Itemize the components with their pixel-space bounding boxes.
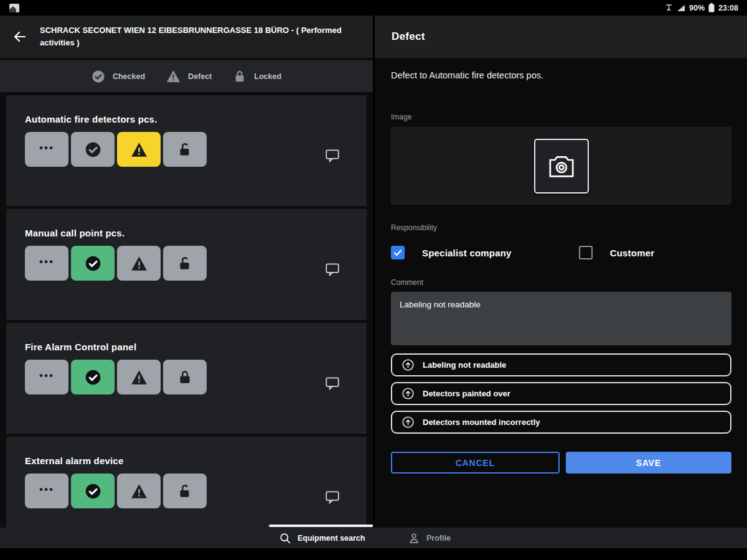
check-circle-icon [85, 141, 101, 158]
nav-equipment-search[interactable]: Equipment search [279, 528, 365, 548]
defect-title: Defect [392, 30, 425, 43]
defect-status-button[interactable] [117, 360, 161, 394]
checkbox-check-icon [393, 248, 403, 258]
nav-profile-label: Profile [426, 534, 451, 543]
comment-button[interactable] [324, 489, 342, 506]
camera-icon [548, 154, 575, 179]
comment-label: Comment [391, 278, 731, 287]
defect-legend-icon [166, 70, 181, 83]
checked-status-button[interactable] [71, 132, 115, 167]
warning-triangle-icon [131, 370, 148, 385]
legend-defect-label: Defect [188, 72, 212, 81]
comment-button[interactable] [324, 147, 342, 165]
defect-status-button-active[interactable] [117, 132, 161, 167]
lock-open-icon [177, 482, 193, 500]
customer-option: Customer [579, 246, 655, 259]
defect-header: Defect [375, 16, 747, 58]
status-button-row: ••• [6, 466, 367, 508]
more-options-button[interactable]: ••• [25, 360, 68, 394]
legend-checked: Checked [92, 70, 145, 83]
scroll-indicator[interactable] [269, 525, 373, 527]
bottom-black-strip [0, 548, 747, 560]
customer-label: Customer [610, 248, 655, 258]
defect-status-button[interactable] [117, 246, 161, 281]
defect-detail-pane: Defect Defect to Automatic fire detector… [375, 16, 747, 528]
take-photo-button[interactable] [534, 139, 589, 194]
search-icon [279, 532, 291, 544]
lock-closed-icon [177, 368, 193, 386]
warning-triangle-icon [131, 483, 148, 499]
left-header: SCHRACK SECONET WIEN 12 EIBESBRUNNERGASS… [0, 16, 373, 58]
more-options-button[interactable]: ••• [25, 474, 68, 508]
more-options-button[interactable]: ••• [25, 246, 68, 281]
check-circle-icon [85, 255, 101, 272]
equipment-name: Manual call point pcs. [6, 209, 367, 238]
lock-open-icon [177, 254, 193, 272]
equipment-card-automatic-fire-detectors: Automatic fire detectors pcs. ••• [6, 95, 367, 206]
lock-status-button[interactable] [163, 246, 207, 281]
battery-icon [708, 3, 715, 12]
lock-status-button[interactable] [163, 474, 207, 508]
checked-status-button-active[interactable] [71, 474, 115, 508]
equipment-card-fire-alarm-control-panel: Fire Alarm Control panel ••• [6, 323, 367, 434]
insert-arrow-icon [402, 416, 415, 429]
comment-input[interactable]: Labeling not readable [391, 292, 731, 345]
checked-status-button-active[interactable] [71, 360, 115, 394]
back-button[interactable] [11, 28, 29, 45]
lock-open-icon [177, 141, 193, 158]
more-options-button[interactable]: ••• [25, 132, 68, 167]
nav-equipment-search-label: Equipment search [298, 534, 365, 543]
equipment-card-manual-call-point: Manual call point pcs. ••• [6, 209, 367, 320]
bottom-navigation: Equipment search Profile [0, 528, 747, 548]
equipment-name: Automatic fire detectors pcs. [6, 95, 367, 124]
legend-checked-label: Checked [113, 72, 145, 81]
legend-locked: Locked [233, 69, 281, 84]
lock-status-button[interactable] [163, 132, 207, 167]
status-bar: 90% 23:08 [0, 0, 747, 16]
checked-status-button-active[interactable] [71, 246, 115, 281]
suggestion-labeling-not-readable[interactable]: Labeling not readable [391, 353, 731, 376]
specialist-company-checkbox[interactable] [391, 246, 405, 259]
defect-subtitle: Defect to Automatic fire detectors pos. [391, 70, 731, 80]
ellipsis-icon: ••• [39, 370, 54, 385]
equipment-name: Fire Alarm Control panel [6, 323, 367, 352]
check-circle-icon [85, 483, 101, 500]
image-label: Image [391, 113, 731, 121]
specialist-company-option: Specialist company [391, 246, 512, 259]
suggestion-detectors-painted-over[interactable]: Detectors painted over [391, 382, 731, 405]
equipment-name: External alarm device [6, 437, 367, 466]
equipment-card-external-alarm-device: External alarm device ••• [6, 437, 367, 528]
legend-locked-label: Locked [254, 72, 281, 81]
nav-profile[interactable]: Profile [408, 528, 451, 548]
app-screen: 90% 23:08 SCHRACK SECONET WIEN 12 EIBESB… [0, 0, 747, 560]
signal-icon [677, 4, 685, 12]
status-button-row: ••• [6, 352, 367, 394]
cancel-button[interactable]: CANCEL [391, 452, 560, 474]
status-legend: Checked Defect Locked [0, 60, 373, 92]
battery-percent: 90% [689, 4, 705, 12]
lock-status-button[interactable] [163, 360, 207, 394]
defect-form: Defect to Automatic fire detectors pos. … [375, 70, 747, 474]
specialist-company-label: Specialist company [422, 248, 512, 258]
image-panel [391, 127, 731, 205]
ellipsis-icon: ••• [39, 484, 54, 498]
status-indicators: 90% 23:08 [665, 3, 738, 12]
equipment-list-pane: SCHRACK SECONET WIEN 12 EIBESBRUNNERGASS… [0, 16, 373, 528]
form-actions: CANCEL SAVE [391, 452, 731, 474]
status-button-row: ••• [6, 124, 367, 167]
suggestion-label: Detectors mounted incorrectly [423, 418, 540, 427]
comment-button[interactable] [324, 261, 342, 279]
page-title: SCHRACK SECONET WIEN 12 EIBESBRUNNERGASS… [40, 24, 354, 49]
checked-legend-icon [92, 70, 105, 83]
check-circle-icon [85, 369, 101, 386]
defect-status-button[interactable] [117, 474, 161, 508]
ellipsis-icon: ••• [39, 256, 54, 271]
save-button[interactable]: SAVE [566, 452, 732, 474]
comment-suggestions: Labeling not readable Detectors painted … [391, 353, 731, 434]
comment-button[interactable] [324, 375, 342, 393]
suggestion-label: Detectors painted over [423, 389, 510, 398]
customer-checkbox[interactable] [579, 246, 593, 259]
insert-arrow-icon [402, 358, 415, 371]
suggestion-detectors-mounted-incorrectly[interactable]: Detectors mounted incorrectly [391, 411, 731, 434]
status-button-row: ••• [6, 238, 367, 281]
